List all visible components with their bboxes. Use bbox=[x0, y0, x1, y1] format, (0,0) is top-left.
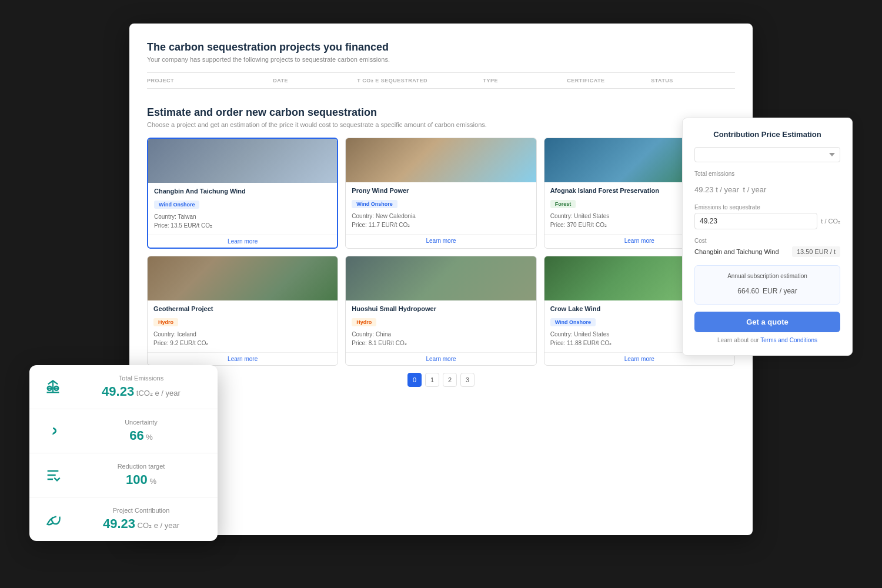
total-emissions-value: 49.23 t / year t / year bbox=[694, 179, 840, 196]
project-body-prony: Prony Wind Power Wind Onshore Country: N… bbox=[346, 182, 536, 234]
terms-link[interactable]: Terms and Conditions bbox=[760, 337, 817, 343]
page-button-1[interactable]: 1 bbox=[425, 373, 439, 387]
col-date: DATE bbox=[273, 78, 357, 83]
project-info-changbin: Country: TaiwanPrice: 13.5 EUR/t CO₂ bbox=[154, 212, 331, 230]
total-emissions-label: Total emissions bbox=[694, 171, 840, 177]
stat-row-project-contribution: Project Contribution 49.23 CO₂ e / year bbox=[29, 497, 218, 541]
question-icon bbox=[41, 419, 65, 443]
stat-value-reduction-target: 100 % bbox=[76, 472, 206, 487]
stat-content-total-emissions: Total Emissions 49.23 tCO₂ e / year bbox=[76, 375, 206, 399]
estimate-title: Estimate and order new carbon sequestrat… bbox=[147, 106, 735, 119]
financed-section: The carbon sequestration projects you fi… bbox=[147, 41, 735, 89]
project-name-geothermal: Geothermal Project bbox=[153, 305, 332, 312]
stat-label-uncertainty: Uncertainty bbox=[76, 419, 206, 426]
stat-label-project-contribution: Project Contribution bbox=[76, 507, 206, 514]
project-card-prony[interactable]: Prony Wind Power Wind Onshore Country: N… bbox=[345, 138, 536, 249]
cost-row: Changbin and Taichung Wind 13.50 EUR / t bbox=[694, 246, 840, 257]
stat-row-reduction-target: Reduction target 100 % bbox=[29, 453, 218, 497]
stat-label-reduction-target: Reduction target bbox=[76, 463, 206, 470]
learn-more-button-prony[interactable]: Learn more bbox=[346, 234, 536, 247]
page-button-0[interactable]: 0 bbox=[407, 373, 422, 387]
sequestrate-input[interactable] bbox=[694, 213, 817, 229]
project-dropdown[interactable] bbox=[694, 147, 840, 162]
project-tag-changbin: Wind Onshore bbox=[154, 201, 199, 209]
col-status: STATUS bbox=[651, 78, 735, 83]
stats-card: Total Emissions 49.23 tCO₂ e / year Unce… bbox=[29, 365, 218, 541]
project-tag-crow: Wind Onshore bbox=[550, 318, 596, 326]
col-sequestrated: T CO₂ E SEQUESTRATED bbox=[357, 78, 483, 83]
sequestrate-label: Emissions to sequestrate bbox=[694, 204, 840, 211]
project-tag-prony: Wind Onshore bbox=[352, 200, 397, 208]
project-image-huoshui bbox=[346, 256, 536, 300]
cost-project-value: 13.50 EUR / t bbox=[792, 246, 840, 257]
price-panel-title: Contribution Price Estimation bbox=[694, 130, 840, 139]
stat-row-total-emissions: Total Emissions 49.23 tCO₂ e / year bbox=[29, 365, 218, 409]
learn-more-button-huoshui[interactable]: Learn more bbox=[346, 352, 536, 365]
stat-value-total-emissions: 49.23 tCO₂ e / year bbox=[76, 384, 206, 399]
learn-more-button-geothermal[interactable]: Learn more bbox=[148, 352, 338, 365]
stat-row-uncertainty: Uncertainty 66 % bbox=[29, 409, 218, 453]
col-project: PROJECT bbox=[147, 78, 273, 83]
cost-project-name: Changbin and Taichung Wind bbox=[694, 248, 779, 255]
project-body-changbin: Changbin And Taichung Wind Wind Onshore … bbox=[148, 183, 337, 235]
project-body-geothermal: Geothermal Project Hydro Country: Icelan… bbox=[148, 300, 338, 352]
get-quote-button[interactable]: Get a quote bbox=[694, 312, 840, 332]
project-body-huoshui: Huoshui Small Hydropower Hydro Country: … bbox=[346, 300, 536, 352]
learn-more-button-changbin[interactable]: Learn more bbox=[148, 235, 337, 248]
stat-content-uncertainty: Uncertainty 66 % bbox=[76, 419, 206, 443]
stat-content-project-contribution: Project Contribution 49.23 CO₂ e / year bbox=[76, 507, 206, 532]
stat-value-uncertainty: 66 % bbox=[76, 428, 206, 443]
project-info-prony: Country: New CaledoniaPrice: 11.7 EUR/t … bbox=[352, 212, 530, 229]
financed-subtitle: Your company has supported the following… bbox=[147, 56, 735, 63]
project-tag-geothermal: Hydro bbox=[153, 318, 178, 326]
project-image-prony bbox=[346, 138, 536, 182]
financed-title: The carbon sequestration projects you fi… bbox=[147, 41, 735, 54]
stat-content-reduction-target: Reduction target 100 % bbox=[76, 463, 206, 487]
estimation-label: Annual subscription estimation bbox=[702, 273, 833, 279]
project-info-huoshui: Country: ChinaPrice: 8.1 EUR/t CO₂ bbox=[352, 330, 530, 348]
project-image-changbin bbox=[148, 139, 337, 183]
col-type: TYPE bbox=[483, 78, 567, 83]
project-name-prony: Prony Wind Power bbox=[352, 187, 530, 194]
project-info-geothermal: Country: IcelandPrice: 9.2 EUR/t CO₂ bbox=[153, 330, 332, 348]
balance-icon bbox=[41, 375, 65, 399]
project-name-changbin: Changbin And Taichung Wind bbox=[154, 188, 331, 195]
sequestrate-input-row: t / CO₂ bbox=[694, 213, 840, 229]
project-image-geothermal bbox=[148, 256, 338, 300]
estimate-subtitle: Choose a project and get an estimation o… bbox=[147, 121, 735, 128]
reduce-icon bbox=[41, 463, 65, 487]
estimation-unit: EUR / year bbox=[763, 287, 797, 295]
page-button-3[interactable]: 3 bbox=[460, 373, 475, 387]
stat-label-total-emissions: Total Emissions bbox=[76, 375, 206, 382]
leaf-icon bbox=[41, 507, 65, 531]
project-card-huoshui[interactable]: Huoshui Small Hydropower Hydro Country: … bbox=[345, 256, 536, 366]
terms-text: Learn about our Terms and Conditions bbox=[694, 337, 840, 343]
estimate-section: Estimate and order new carbon sequestrat… bbox=[147, 106, 735, 387]
project-tag-afognak: Forest bbox=[550, 200, 576, 208]
pagination: 0123 bbox=[147, 373, 735, 387]
stat-value-project-contribution: 49.23 CO₂ e / year bbox=[76, 516, 206, 532]
price-panel: Contribution Price Estimation Total emis… bbox=[682, 118, 853, 356]
project-card-changbin[interactable]: Changbin And Taichung Wind Wind Onshore … bbox=[147, 138, 338, 249]
project-tag-huoshui: Hydro bbox=[352, 318, 376, 326]
project-card-geothermal[interactable]: Geothermal Project Hydro Country: Icelan… bbox=[147, 256, 338, 366]
total-emissions-unit: t / year bbox=[743, 185, 767, 194]
estimation-box: Annual subscription estimation 664.60 EU… bbox=[694, 265, 840, 305]
cost-label: Cost bbox=[694, 238, 840, 244]
project-name-huoshui: Huoshui Small Hydropower bbox=[352, 305, 530, 312]
estimation-value: 664.60 EUR / year bbox=[702, 282, 833, 297]
cost-section: Cost Changbin and Taichung Wind 13.50 EU… bbox=[694, 238, 840, 257]
page-button-2[interactable]: 2 bbox=[443, 373, 457, 387]
sequestrate-unit: t / CO₂ bbox=[821, 218, 840, 225]
projects-grid: Changbin And Taichung Wind Wind Onshore … bbox=[147, 138, 735, 366]
table-header: PROJECT DATE T CO₂ E SEQUESTRATED TYPE C… bbox=[147, 72, 735, 89]
main-panel: The carbon sequestration projects you fi… bbox=[129, 24, 753, 535]
col-certificate: CERTIFICATE bbox=[567, 78, 651, 83]
